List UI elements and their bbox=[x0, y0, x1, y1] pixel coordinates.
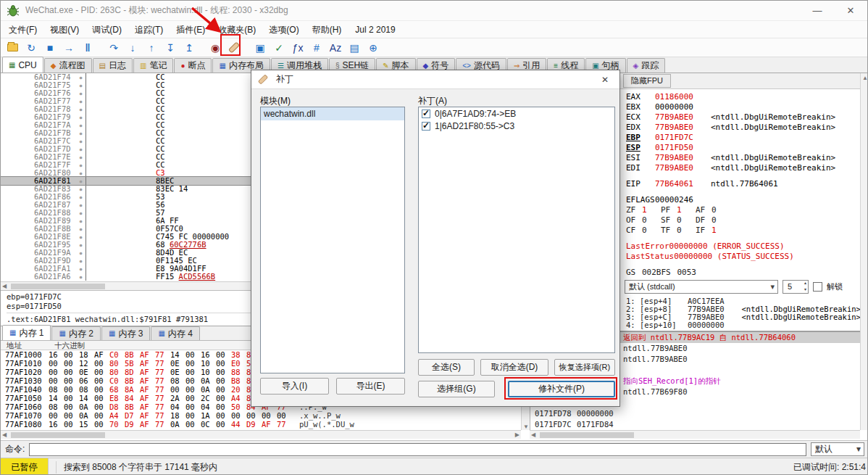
patch-checkbox[interactable] bbox=[422, 110, 430, 118]
breakpoint-dot-icon[interactable]: ● bbox=[76, 81, 86, 89]
menu-plugins[interactable]: 插件(E) bbox=[170, 22, 212, 38]
command-history-select[interactable]: 默认 bbox=[811, 442, 864, 456]
pause-icon[interactable]: ‖ bbox=[79, 39, 96, 57]
tab-log[interactable]: ▤日志 bbox=[93, 58, 133, 73]
menu-options[interactable]: 选项(O) bbox=[262, 22, 305, 38]
scroll-thumb[interactable] bbox=[540, 432, 634, 438]
register-value[interactable]: 00000000 (ERROR_SUCCESS) bbox=[669, 241, 785, 251]
tab-memory-1[interactable]: ▦内存 1 bbox=[2, 325, 51, 340]
step-out-icon[interactable]: ↑ bbox=[143, 39, 160, 57]
module-list[interactable]: wechatwin.dll bbox=[260, 107, 405, 373]
import-button[interactable]: 导入(I) bbox=[260, 378, 329, 395]
breakpoint-dot-icon[interactable]: ● bbox=[76, 137, 86, 145]
patch-list-item[interactable]: 0|6A7F1AD9:74->EB bbox=[419, 107, 614, 120]
minimize-button[interactable]: — bbox=[801, 1, 834, 21]
register-value[interactable]: 77B64061 bbox=[655, 179, 693, 189]
flag-value[interactable]: 0 bbox=[677, 226, 696, 236]
register-value[interactable]: 00000000 (STATUS_SUCCESS) bbox=[674, 252, 794, 261]
calling-convention-select[interactable]: 默认 (stdcall) bbox=[625, 280, 778, 294]
unlock-checkbox[interactable] bbox=[813, 282, 822, 292]
export-button[interactable]: 导出(E) bbox=[336, 378, 405, 395]
register-value[interactable]: 77B9ABE0 bbox=[655, 112, 693, 122]
flag-value[interactable]: 002B bbox=[642, 268, 662, 278]
scroll-thumb[interactable] bbox=[11, 284, 105, 289]
patch-checkbox[interactable] bbox=[422, 122, 430, 131]
flag-value[interactable]: 0 bbox=[642, 226, 661, 236]
scroll-down-icon[interactable]: ▼ bbox=[523, 424, 529, 430]
memory-row[interactable]: 77AF107000000A00A4D7AF7718001A0000000000… bbox=[1, 411, 530, 420]
patch-file-button[interactable]: 修补文件(P) bbox=[508, 381, 615, 397]
breakpoint-dot-icon[interactable]: ● bbox=[76, 225, 86, 233]
deselect-all-button[interactable]: 取消全选(D) bbox=[480, 359, 548, 376]
memory-row[interactable]: 77AF10801600150070D9AF770A000C0044D9AF77… bbox=[1, 420, 530, 429]
scroll-right-icon[interactable]: ▶ bbox=[515, 431, 519, 438]
tab-memory-4[interactable]: ▦内存 4 bbox=[151, 326, 199, 340]
menu-debug[interactable]: 调试(D) bbox=[85, 22, 128, 38]
menu-help[interactable]: 帮助(H) bbox=[306, 22, 349, 38]
breakpoint-dot-icon[interactable]: ● bbox=[76, 145, 86, 153]
registers-vscrollbar[interactable]: ▲ bbox=[860, 73, 868, 331]
breakpoint-dot-icon[interactable]: ● bbox=[76, 217, 86, 225]
patch-list-item[interactable]: 1|6AD21F80:55->C3 bbox=[419, 120, 614, 132]
breakpoint-dot-icon[interactable]: ● bbox=[76, 113, 86, 121]
breakpoint-dot-icon[interactable]: ● bbox=[76, 73, 86, 81]
check-icon[interactable]: ✓ bbox=[270, 39, 288, 57]
flag-value[interactable]: 0 bbox=[642, 215, 661, 226]
breakpoint-dot-icon[interactable]: ● bbox=[76, 169, 86, 177]
hide-fpu-button[interactable]: 隐藏FPU bbox=[623, 74, 671, 88]
flag-value[interactable]: 1 bbox=[677, 205, 696, 215]
flag-value[interactable]: 1 bbox=[642, 205, 661, 215]
globe-icon[interactable]: ⊕ bbox=[364, 39, 382, 57]
patch-dialog-close-icon[interactable]: ✕ bbox=[591, 70, 619, 89]
register-value[interactable]: 01186000 bbox=[655, 92, 693, 102]
stop-icon[interactable]: ■ bbox=[41, 39, 59, 57]
breakpoint-dot-icon[interactable]: ● bbox=[76, 233, 86, 241]
menu-file[interactable]: 文件(F) bbox=[2, 22, 43, 38]
breakpoint-dot-icon[interactable]: ● bbox=[76, 105, 86, 113]
breakpoint-dot-icon[interactable]: ● bbox=[76, 185, 86, 193]
register-value[interactable]: 77B9ABE0 bbox=[655, 123, 693, 132]
breakpoint-dot-icon[interactable]: ● bbox=[76, 241, 86, 249]
argument-count-spinner[interactable]: 5 bbox=[783, 280, 809, 294]
tab-cpu[interactable]: ▦CPU bbox=[2, 57, 43, 73]
breakpoint-dot-icon[interactable]: ● bbox=[76, 153, 86, 161]
restart-icon[interactable]: ↻ bbox=[22, 39, 40, 57]
select-group-button[interactable]: 选择组(G) bbox=[418, 381, 495, 397]
breakpoint-dot-icon[interactable]: ● bbox=[76, 265, 86, 273]
tab-memory-2[interactable]: ▦内存 2 bbox=[51, 326, 100, 340]
flag-value[interactable]: 0 bbox=[677, 215, 696, 226]
memory-map-icon[interactable]: ▣ bbox=[251, 39, 269, 57]
breakpoint-dot-icon[interactable]: ● bbox=[76, 193, 86, 201]
skip-icon[interactable]: ↥ bbox=[180, 39, 198, 57]
breakpoint-dot-icon[interactable]: ● bbox=[76, 161, 86, 169]
stack-row[interactable]: 0171FD7800000000 bbox=[530, 408, 868, 419]
tab-breakpoints[interactable]: ●断点 bbox=[174, 58, 212, 73]
fx-icon[interactable]: ƒx bbox=[289, 39, 306, 57]
command-input[interactable] bbox=[29, 443, 806, 456]
stack-hscrollbar[interactable]: ◀ bbox=[530, 430, 860, 439]
module-list-item[interactable]: wechatwin.dll bbox=[261, 107, 404, 120]
breakpoint-dot-icon[interactable]: ● bbox=[76, 201, 86, 209]
select-all-button[interactable]: 全选(S) bbox=[418, 359, 475, 376]
stack-vscrollbar[interactable] bbox=[860, 331, 868, 430]
breakpoint-dot-icon[interactable]: ● bbox=[76, 129, 86, 137]
patch-list[interactable]: 0|6A7F1AD9:74->EB1|6AD21F80:55->C3 bbox=[418, 107, 615, 353]
stack-row[interactable]: 0171FD7C0171FD84 bbox=[530, 419, 868, 430]
menu-favourites[interactable]: 收藏夹(B) bbox=[212, 22, 262, 38]
scroll-thumb[interactable] bbox=[11, 432, 105, 438]
tab-graph[interactable]: ◆流程图 bbox=[44, 58, 92, 73]
script-icon[interactable]: ▤ bbox=[346, 39, 363, 57]
run-icon[interactable]: → bbox=[60, 39, 78, 57]
open-file-icon[interactable] bbox=[4, 39, 21, 57]
tab-memory-3[interactable]: ▦内存 3 bbox=[101, 326, 150, 340]
flag-value[interactable]: 1 bbox=[711, 226, 730, 236]
breakpoint-dot-icon[interactable]: ● bbox=[76, 257, 86, 265]
breakpoint-dot-icon[interactable]: ● bbox=[76, 249, 86, 257]
breakpoint-dot-icon[interactable]: ● bbox=[76, 97, 86, 105]
scroll-up-icon[interactable]: ▲ bbox=[862, 75, 868, 81]
register-value[interactable]: 0171FD50 bbox=[655, 143, 693, 152]
menu-trace[interactable]: 追踪(T) bbox=[128, 22, 170, 38]
memory-hscrollbar[interactable]: ◀ ▶ bbox=[1, 430, 521, 439]
register-value[interactable]: 00000000 bbox=[655, 102, 693, 112]
menu-view[interactable]: 视图(V) bbox=[43, 22, 85, 38]
